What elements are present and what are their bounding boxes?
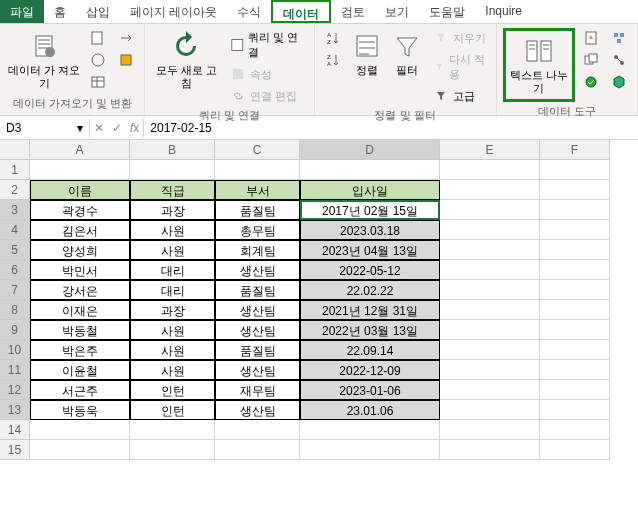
cell-A10[interactable]: 박은주: [30, 340, 130, 360]
cell-D12[interactable]: 2023-01-06: [300, 380, 440, 400]
cell-E13[interactable]: [440, 400, 540, 420]
cell-A15[interactable]: [30, 440, 130, 460]
cell-F4[interactable]: [540, 220, 610, 240]
cell-F5[interactable]: [540, 240, 610, 260]
tab-layout[interactable]: 페이지 레이아웃: [120, 0, 227, 23]
cell-D14[interactable]: [300, 420, 440, 440]
cell-C1[interactable]: [215, 160, 300, 180]
col-header-C[interactable]: C: [215, 140, 300, 160]
row-header-5[interactable]: 5: [0, 240, 30, 260]
cell-D5[interactable]: 2023년 04월 13일: [300, 240, 440, 260]
cell-B10[interactable]: 사원: [130, 340, 215, 360]
cell-A4[interactable]: 김은서: [30, 220, 130, 240]
tab-file[interactable]: 파일: [0, 0, 44, 23]
cell-C4[interactable]: 총무팀: [215, 220, 300, 240]
cell-D11[interactable]: 2022-12-09: [300, 360, 440, 380]
cell-E4[interactable]: [440, 220, 540, 240]
cell-E5[interactable]: [440, 240, 540, 260]
cell-E10[interactable]: [440, 340, 540, 360]
cell-C11[interactable]: 생산팀: [215, 360, 300, 380]
cell-F2[interactable]: [540, 180, 610, 200]
cell-E6[interactable]: [440, 260, 540, 280]
cell-B1[interactable]: [130, 160, 215, 180]
cell-B14[interactable]: [130, 420, 215, 440]
consolidate-icon[interactable]: [607, 28, 631, 48]
cell-C9[interactable]: 생산팀: [215, 320, 300, 340]
row-header-15[interactable]: 15: [0, 440, 30, 460]
cell-B8[interactable]: 과장: [130, 300, 215, 320]
tab-help[interactable]: 도움말: [419, 0, 475, 23]
cell-A13[interactable]: 박동욱: [30, 400, 130, 420]
tab-formula[interactable]: 수식: [227, 0, 271, 23]
cell-C7[interactable]: 품질팀: [215, 280, 300, 300]
row-header-12[interactable]: 12: [0, 380, 30, 400]
chevron-down-icon[interactable]: ▾: [77, 121, 83, 135]
data-model-icon[interactable]: [607, 72, 631, 92]
cell-C2[interactable]: 부서: [215, 180, 300, 200]
cell-F12[interactable]: [540, 380, 610, 400]
row-header-4[interactable]: 4: [0, 220, 30, 240]
cell-F6[interactable]: [540, 260, 610, 280]
cell-D2[interactable]: 입사일: [300, 180, 440, 200]
cell-E14[interactable]: [440, 420, 540, 440]
tab-data[interactable]: 데이터: [271, 0, 331, 23]
tab-inquire[interactable]: Inquire: [475, 0, 532, 23]
cell-C5[interactable]: 회계팀: [215, 240, 300, 260]
cell-A14[interactable]: [30, 420, 130, 440]
cell-E12[interactable]: [440, 380, 540, 400]
cell-F3[interactable]: [540, 200, 610, 220]
cell-E1[interactable]: [440, 160, 540, 180]
relationships-icon[interactable]: [607, 50, 631, 70]
recent-sources-icon[interactable]: [114, 28, 138, 48]
cell-E8[interactable]: [440, 300, 540, 320]
fx-icon[interactable]: fx: [130, 121, 139, 135]
cell-A9[interactable]: 박동철: [30, 320, 130, 340]
cell-C12[interactable]: 재무팀: [215, 380, 300, 400]
cell-B2[interactable]: 직급: [130, 180, 215, 200]
cell-F14[interactable]: [540, 420, 610, 440]
name-box[interactable]: D3 ▾: [0, 119, 90, 137]
from-table-icon[interactable]: [86, 72, 110, 92]
cell-D3[interactable]: 2017년 02월 15일: [300, 200, 440, 220]
cell-D7[interactable]: 22.02.22: [300, 280, 440, 300]
cancel-icon[interactable]: ✕: [94, 121, 104, 135]
from-web-icon[interactable]: [86, 50, 110, 70]
row-header-1[interactable]: 1: [0, 160, 30, 180]
text-to-columns-button[interactable]: 텍스트 나누기: [508, 33, 570, 97]
cell-C14[interactable]: [215, 420, 300, 440]
cell-D1[interactable]: [300, 160, 440, 180]
cell-F1[interactable]: [540, 160, 610, 180]
row-header-2[interactable]: 2: [0, 180, 30, 200]
cell-D9[interactable]: 2022년 03월 13일: [300, 320, 440, 340]
cell-D13[interactable]: 23.01.06: [300, 400, 440, 420]
cell-E11[interactable]: [440, 360, 540, 380]
cell-C3[interactable]: 품질팀: [215, 200, 300, 220]
cell-D10[interactable]: 22.09.14: [300, 340, 440, 360]
tab-home[interactable]: 홈: [44, 0, 76, 23]
formula-input[interactable]: 2017-02-15: [143, 119, 638, 137]
refresh-all-button[interactable]: 모두 새로 고침: [151, 28, 221, 92]
sort-za-icon[interactable]: ZA: [321, 50, 345, 70]
row-header-7[interactable]: 7: [0, 280, 30, 300]
sort-button[interactable]: 정렬: [349, 28, 385, 79]
tab-insert[interactable]: 삽입: [76, 0, 120, 23]
queries-button[interactable]: 쿼리 및 연결: [226, 28, 308, 62]
cell-A11[interactable]: 이윤철: [30, 360, 130, 380]
cell-E2[interactable]: [440, 180, 540, 200]
cell-C6[interactable]: 생산팀: [215, 260, 300, 280]
enter-icon[interactable]: ✓: [112, 121, 122, 135]
cell-B15[interactable]: [130, 440, 215, 460]
remove-dup-icon[interactable]: [579, 50, 603, 70]
cell-D6[interactable]: 2022-05-12: [300, 260, 440, 280]
row-header-11[interactable]: 11: [0, 360, 30, 380]
row-header-10[interactable]: 10: [0, 340, 30, 360]
col-header-B[interactable]: B: [130, 140, 215, 160]
cell-F9[interactable]: [540, 320, 610, 340]
cell-E15[interactable]: [440, 440, 540, 460]
cell-A3[interactable]: 곽경수: [30, 200, 130, 220]
reapply-button[interactable]: 다시 적용: [429, 50, 490, 84]
cell-D15[interactable]: [300, 440, 440, 460]
cell-F13[interactable]: [540, 400, 610, 420]
sort-az-icon[interactable]: AZ: [321, 28, 345, 48]
get-data-button[interactable]: 데이터 가 져오기: [6, 28, 82, 92]
